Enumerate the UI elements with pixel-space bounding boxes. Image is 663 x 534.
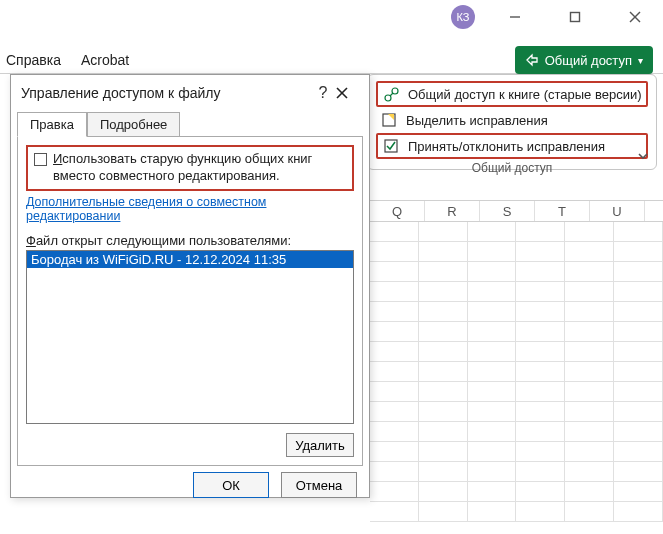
cell[interactable] xyxy=(370,462,419,482)
cell[interactable] xyxy=(565,262,614,282)
cell[interactable] xyxy=(516,342,565,362)
cell[interactable] xyxy=(370,262,419,282)
coediting-info-link[interactable]: Дополнительные сведения о совместном ред… xyxy=(26,195,354,223)
cell[interactable] xyxy=(419,282,468,302)
cell[interactable] xyxy=(516,362,565,382)
dialog-tab-edit[interactable]: Правка xyxy=(17,112,87,137)
cell[interactable] xyxy=(516,222,565,242)
cell[interactable] xyxy=(370,422,419,442)
cell[interactable] xyxy=(468,382,517,402)
cell[interactable] xyxy=(419,382,468,402)
cell[interactable] xyxy=(468,482,517,502)
cell[interactable] xyxy=(614,502,663,522)
cell[interactable] xyxy=(468,342,517,362)
cell[interactable] xyxy=(370,322,419,342)
cell[interactable] xyxy=(468,442,517,462)
spreadsheet-grid[interactable]: Q R S T U xyxy=(370,200,663,534)
cell[interactable] xyxy=(516,282,565,302)
cell[interactable] xyxy=(468,242,517,262)
cell[interactable] xyxy=(614,422,663,442)
cell[interactable] xyxy=(468,502,517,522)
cell[interactable] xyxy=(614,242,663,262)
cell[interactable] xyxy=(419,482,468,502)
tab-help[interactable]: Справка xyxy=(6,52,61,68)
cell[interactable] xyxy=(614,482,663,502)
dialog-help-button[interactable]: ? xyxy=(311,84,335,102)
cell[interactable] xyxy=(614,302,663,322)
cell[interactable] xyxy=(614,342,663,362)
cell[interactable] xyxy=(419,362,468,382)
cell[interactable] xyxy=(370,242,419,262)
cell[interactable] xyxy=(565,302,614,322)
tab-acrobat[interactable]: Acrobat xyxy=(81,52,129,68)
cell[interactable] xyxy=(370,342,419,362)
cell[interactable] xyxy=(565,242,614,262)
cell[interactable] xyxy=(565,382,614,402)
cell[interactable] xyxy=(614,402,663,422)
cell[interactable] xyxy=(370,442,419,462)
maximize-button[interactable] xyxy=(555,3,595,31)
cell[interactable] xyxy=(614,282,663,302)
col-header[interactable]: S xyxy=(480,201,535,221)
cell[interactable] xyxy=(419,322,468,342)
cell[interactable] xyxy=(468,262,517,282)
ribbon-collapse-chevron[interactable] xyxy=(636,149,650,163)
cell[interactable] xyxy=(468,462,517,482)
ok-button[interactable]: ОК xyxy=(193,472,269,498)
cell[interactable] xyxy=(419,462,468,482)
cell[interactable] xyxy=(614,262,663,282)
cell[interactable] xyxy=(516,402,565,422)
cell[interactable] xyxy=(565,282,614,302)
col-header[interactable]: U xyxy=(590,201,645,221)
cell[interactable] xyxy=(468,282,517,302)
cell[interactable] xyxy=(370,222,419,242)
cell[interactable] xyxy=(516,262,565,282)
cell[interactable] xyxy=(419,442,468,462)
user-avatar[interactable]: КЗ xyxy=(451,5,475,29)
col-header[interactable]: Q xyxy=(370,201,425,221)
cell[interactable] xyxy=(468,302,517,322)
cell[interactable] xyxy=(516,422,565,442)
cell[interactable] xyxy=(516,382,565,402)
col-header[interactable]: T xyxy=(535,201,590,221)
users-listbox[interactable]: Бородач из WiFiGiD.RU - 12.12.2024 11:35 xyxy=(26,250,354,424)
cell[interactable] xyxy=(516,302,565,322)
cell[interactable] xyxy=(516,502,565,522)
cell[interactable] xyxy=(565,402,614,422)
cell[interactable] xyxy=(468,222,517,242)
cell[interactable] xyxy=(419,342,468,362)
cmd-highlight-changes[interactable]: Выделить исправления xyxy=(376,107,648,133)
cmd-share-workbook-legacy[interactable]: Общий доступ к книге (старые версии) xyxy=(376,81,648,107)
cell[interactable] xyxy=(419,402,468,422)
col-header[interactable]: R xyxy=(425,201,480,221)
cell[interactable] xyxy=(516,462,565,482)
cell[interactable] xyxy=(468,322,517,342)
cell[interactable] xyxy=(565,462,614,482)
cancel-button[interactable]: Отмена xyxy=(281,472,357,498)
cell[interactable] xyxy=(516,482,565,502)
cell[interactable] xyxy=(614,222,663,242)
dialog-close-button[interactable] xyxy=(335,86,359,100)
cell[interactable] xyxy=(370,362,419,382)
cell[interactable] xyxy=(468,402,517,422)
cell[interactable] xyxy=(370,382,419,402)
cell[interactable] xyxy=(565,422,614,442)
cell[interactable] xyxy=(614,322,663,342)
cell[interactable] xyxy=(370,282,419,302)
cell[interactable] xyxy=(516,242,565,262)
cmd-accept-reject-changes[interactable]: Принять/отклонить исправления xyxy=(376,133,648,159)
cell[interactable] xyxy=(614,382,663,402)
cell[interactable] xyxy=(419,242,468,262)
minimize-button[interactable] xyxy=(495,3,535,31)
use-legacy-sharing-checkbox[interactable]: Использовать старую функцию общих книг в… xyxy=(26,145,354,191)
cell[interactable] xyxy=(419,502,468,522)
cell[interactable] xyxy=(516,442,565,462)
cell[interactable] xyxy=(565,442,614,462)
cell[interactable] xyxy=(370,302,419,322)
cell[interactable] xyxy=(565,222,614,242)
cell[interactable] xyxy=(614,362,663,382)
cell[interactable] xyxy=(370,402,419,422)
cell[interactable] xyxy=(419,302,468,322)
user-list-item-selected[interactable]: Бородач из WiFiGiD.RU - 12.12.2024 11:35 xyxy=(27,251,353,268)
cell[interactable] xyxy=(565,362,614,382)
